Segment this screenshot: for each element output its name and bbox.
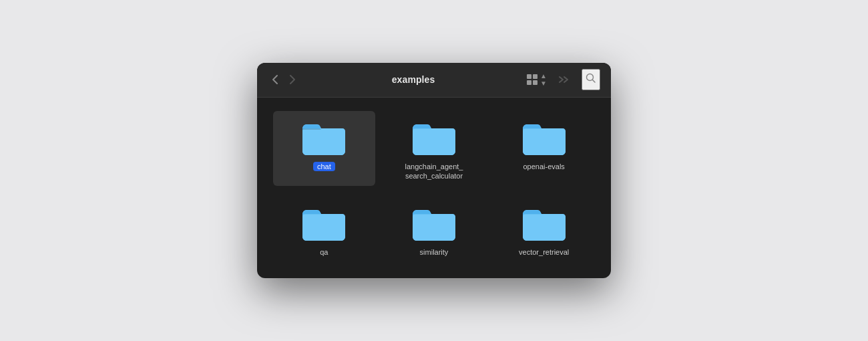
folder-qa-icon [300,202,348,242]
folder-langchain-label: langchain_agent_search_calculator [405,162,463,181]
folder-qa-label: qa [320,247,328,257]
folder-vector-retrieval-icon [520,202,568,242]
folder-similarity-icon [410,202,458,242]
forward-skip-button[interactable] [555,73,574,86]
folder-openai-evals-label: openai-evals [523,162,564,171]
toolbar-right: ▲ ▼ [527,69,600,90]
folder-qa[interactable]: qa [273,197,375,262]
grid-view-icon[interactable] [527,74,537,85]
finder-window: examples ▲ ▼ [257,63,611,279]
file-grid: chat langchain_agent_search_calculator [257,98,611,279]
folder-chat-icon [300,116,348,156]
folder-similarity[interactable]: similarity [383,197,485,262]
toolbar: examples ▲ ▼ [257,63,611,98]
folder-chat[interactable]: chat [273,111,375,187]
folder-similarity-label: similarity [420,247,449,257]
search-button[interactable] [582,69,600,90]
nav-buttons [268,72,300,88]
forward-button[interactable] [285,72,300,88]
folder-langchain-icon [410,116,458,156]
back-button[interactable] [268,72,282,88]
sort-chevrons[interactable]: ▲ ▼ [540,73,547,87]
folder-vector-retrieval[interactable]: vector_retrieval [493,197,595,262]
folder-openai-evals-icon [520,116,568,156]
folder-openai-evals[interactable]: openai-evals [493,111,595,187]
window-title: examples [305,74,521,85]
view-controls: ▲ ▼ [527,73,547,87]
folder-chat-label: chat [313,162,335,171]
folder-vector-retrieval-label: vector_retrieval [519,247,569,257]
folder-langchain[interactable]: langchain_agent_search_calculator [383,111,485,187]
